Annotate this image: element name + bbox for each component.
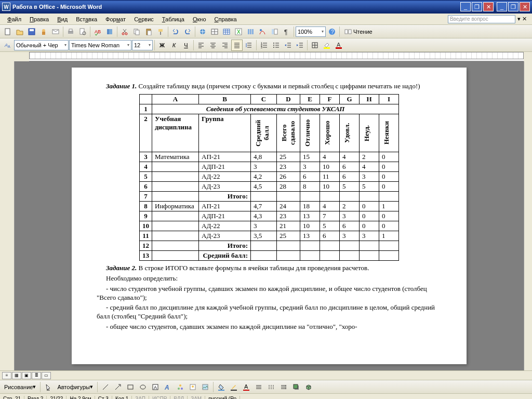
new-doc-button[interactable]: [2, 26, 14, 37]
arrow-button[interactable]: [112, 381, 124, 393]
close-button[interactable]: ✕: [483, 2, 494, 11]
format-painter-button[interactable]: [155, 26, 166, 37]
align-justify-button[interactable]: [231, 39, 243, 51]
numbered-list-button[interactable]: 123: [258, 39, 270, 51]
style-combo[interactable]: Обычный + Чер▾: [14, 40, 69, 50]
diagram-button[interactable]: [175, 381, 186, 393]
table-row: 12Итого:: [140, 241, 399, 250]
font-color-button[interactable]: A: [333, 39, 344, 51]
redo-button[interactable]: [182, 26, 193, 37]
drawing-menu[interactable]: Рисование ▾: [2, 382, 38, 392]
align-right-button[interactable]: [219, 39, 231, 51]
reading-button[interactable]: Чтение: [341, 26, 376, 37]
font-color-draw-button[interactable]: A: [241, 381, 252, 393]
status-lang[interactable]: русский (Ро: [205, 396, 240, 399]
hyperlink-button[interactable]: [197, 26, 208, 37]
status-rec[interactable]: ЗАП: [132, 396, 149, 399]
drawing-toggle-button[interactable]: [257, 26, 268, 37]
svg-rect-2: [30, 29, 34, 31]
menu-file[interactable]: Файл: [3, 15, 25, 23]
rectangle-button[interactable]: [125, 381, 136, 393]
indent-button[interactable]: [294, 39, 305, 51]
menu-table[interactable]: Таблица: [158, 15, 189, 23]
itogo-2: Итого:: [199, 241, 251, 250]
select-objects-button[interactable]: [43, 381, 54, 393]
menu-help[interactable]: Справка: [210, 15, 241, 23]
oval-button[interactable]: [137, 381, 149, 393]
undo-button[interactable]: [170, 26, 181, 37]
line-button[interactable]: [100, 381, 111, 393]
zoom-combo[interactable]: 100%▾: [296, 26, 326, 37]
outdent-button[interactable]: [282, 39, 294, 51]
columns-button[interactable]: [245, 26, 256, 37]
status-trk[interactable]: ИСПР: [149, 396, 170, 399]
line-color-button[interactable]: [228, 381, 240, 393]
doc-restore-button[interactable]: ❐: [508, 2, 518, 11]
picture-button[interactable]: [200, 381, 211, 393]
align-left-button[interactable]: [195, 39, 207, 51]
line-spacing-button[interactable]: [243, 39, 255, 51]
horizontal-ruler[interactable]: [29, 52, 524, 61]
docmap-button[interactable]: [269, 26, 280, 37]
research-button[interactable]: [104, 26, 115, 37]
fontsize-combo[interactable]: 12▾: [132, 40, 153, 50]
help-search-input[interactable]: Введите вопрос: [448, 15, 515, 23]
outline-view-button[interactable]: ≣: [32, 372, 41, 379]
shadow-button[interactable]: [290, 381, 302, 393]
doc-minimize-button[interactable]: _: [497, 2, 507, 11]
highlight-button[interactable]: [321, 39, 332, 51]
restore-button[interactable]: ❐: [472, 2, 482, 11]
reading-view-button[interactable]: ▭: [42, 372, 51, 379]
status-ovr[interactable]: ЗАМ: [188, 396, 205, 399]
menu-edit[interactable]: Правка: [25, 15, 53, 23]
copy-button[interactable]: [131, 26, 142, 37]
borders-button[interactable]: [309, 39, 321, 51]
menu-tools[interactable]: Сервис: [130, 15, 158, 23]
email-button[interactable]: [50, 26, 61, 37]
arrow-style-button[interactable]: [278, 381, 289, 393]
font-combo[interactable]: Times New Roman▾: [69, 40, 131, 50]
menu-window[interactable]: Окно: [189, 15, 210, 23]
print-button[interactable]: [65, 26, 76, 37]
styles-pane-button[interactable]: AA: [2, 39, 14, 51]
fill-color-button[interactable]: [216, 381, 227, 393]
clipart-button[interactable]: [187, 381, 198, 393]
dash-style-button[interactable]: [265, 381, 277, 393]
bold-button[interactable]: Ж: [156, 39, 168, 51]
status-ext[interactable]: ВДЛ: [170, 396, 188, 399]
need-paragraph: Необходимо определить:: [97, 274, 442, 283]
wordart-button[interactable]: A: [162, 381, 174, 393]
print-view-button[interactable]: ▣: [22, 372, 31, 379]
align-center-button[interactable]: [207, 39, 219, 51]
permissions-button[interactable]: [38, 26, 49, 37]
italic-button[interactable]: К: [168, 39, 180, 51]
menu-format[interactable]: Формат: [101, 15, 130, 23]
cut-button[interactable]: [119, 26, 130, 37]
save-button[interactable]: [26, 26, 37, 37]
menu-view[interactable]: Вид: [53, 15, 72, 23]
normal-view-button[interactable]: ≡: [2, 372, 11, 379]
web-view-button[interactable]: ▦: [12, 372, 21, 379]
paste-button[interactable]: [143, 26, 154, 37]
textbox-button[interactable]: A: [150, 381, 161, 393]
show-marks-button[interactable]: ¶: [281, 26, 292, 37]
help-button[interactable]: ?: [326, 26, 338, 37]
doc-close-button[interactable]: ✕: [520, 2, 530, 11]
tables-borders-button[interactable]: [209, 26, 220, 37]
3d-button[interactable]: [303, 381, 314, 393]
autoshapes-menu[interactable]: Автофигуры ▾: [55, 382, 95, 392]
vertical-ruler[interactable]: [0, 61, 15, 370]
menu-insert[interactable]: Вставка: [72, 15, 101, 23]
vertical-scrollbar[interactable]: [524, 61, 532, 370]
document-area[interactable]: Задание 1. Создайте таблицу вида (причем…: [15, 61, 524, 370]
line-style-button[interactable]: [253, 381, 264, 393]
spellcheck-button[interactable]: AB: [92, 26, 103, 37]
insert-table-button[interactable]: [221, 26, 232, 37]
underline-button[interactable]: Ч: [180, 39, 192, 51]
bullet-list-button[interactable]: [270, 39, 282, 51]
menu-dropdown-icon[interactable]: ▾ ✕: [515, 16, 529, 22]
excel-button[interactable]: X: [233, 26, 244, 37]
print-preview-button[interactable]: [77, 26, 88, 37]
open-button[interactable]: [14, 26, 25, 37]
minimize-button[interactable]: _: [460, 2, 471, 11]
